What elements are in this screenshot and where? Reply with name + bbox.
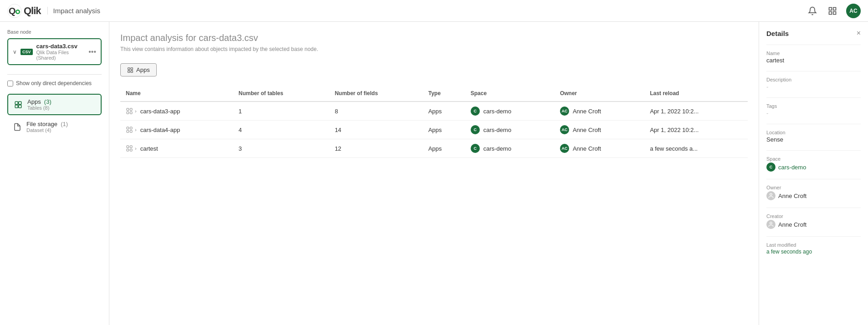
apps-filter-button[interactable]: Apps <box>120 63 157 76</box>
svg-rect-15 <box>131 71 133 72</box>
row1-name: › cars-data3-app <box>120 102 233 121</box>
svg-rect-24 <box>127 146 129 148</box>
col-name: Name <box>120 86 233 102</box>
row2-num-fields: 14 <box>329 121 423 139</box>
owner-avatar-icon <box>766 191 776 200</box>
svg-rect-5 <box>833 7 836 10</box>
detail-description-section: Description - <box>766 77 861 90</box>
description-label: Description <box>766 77 861 82</box>
creator-label: Creator <box>766 213 861 219</box>
detail-divider-2 <box>766 71 861 71</box>
owner-name: Anne Croft <box>778 193 806 199</box>
row3-num-fields: 12 <box>329 139 423 158</box>
col-num-fields: Number of fields <box>329 86 423 102</box>
svg-rect-9 <box>19 102 21 104</box>
svg-rect-26 <box>127 149 129 151</box>
svg-point-29 <box>770 222 772 224</box>
svg-rect-11 <box>19 105 21 107</box>
svg-rect-18 <box>127 112 129 114</box>
creator-avatar-icon <box>766 220 776 229</box>
details-panel-header: Details × <box>766 29 861 37</box>
row3-name-text: cartest <box>140 145 158 152</box>
row3-name: › cartest <box>120 139 233 158</box>
apps-button-label: Apps <box>136 66 150 73</box>
grid-icon[interactable] <box>826 5 839 17</box>
header-left: Q Qlik Impact analysis <box>7 4 100 18</box>
qlik-wordmark: Qlik <box>24 5 41 17</box>
row1-expand-icon[interactable]: › <box>135 108 137 114</box>
content-title: Impact analysis for cars-data3.csv <box>120 33 748 43</box>
row2-name: › cars-data4-app <box>120 121 233 139</box>
detail-divider-3 <box>766 97 861 98</box>
space-label: Space <box>766 156 861 162</box>
close-details-button[interactable]: × <box>857 29 861 37</box>
detail-name-section: Name cartest <box>766 51 861 64</box>
svg-rect-27 <box>130 149 132 151</box>
owner-value-row: Anne Croft <box>766 191 861 200</box>
row2-expand-icon[interactable]: › <box>135 127 137 132</box>
detail-divider-8 <box>766 236 861 237</box>
svg-rect-20 <box>127 127 129 129</box>
row2-owner-text: Anne Croft <box>573 127 601 133</box>
file-storage-tree-text: File storage (1) Dataset (4) <box>26 121 97 133</box>
expand-chevron[interactable]: ∨ <box>13 49 17 55</box>
content-subtitle: This view contains information about obj… <box>120 46 748 52</box>
col-owner: Owner <box>555 86 644 102</box>
location-value: Sense <box>766 136 861 143</box>
row1-space: C cars-demo <box>465 102 555 121</box>
svg-rect-7 <box>833 11 836 14</box>
row3-type: Apps <box>423 139 465 158</box>
row3-owner-text: Anne Croft <box>573 145 601 152</box>
row3-owner-icon: AC <box>560 144 569 153</box>
svg-rect-8 <box>15 102 18 104</box>
direct-dependencies-row: Show only direct dependencies <box>7 80 102 86</box>
row2-space-text: cars-demo <box>483 127 511 133</box>
detail-divider-6 <box>766 179 861 179</box>
detail-space-section: Space C cars-demo <box>766 156 861 172</box>
space-icon: C <box>766 162 776 172</box>
apps-tree-icon <box>13 99 24 110</box>
notifications-icon[interactable] <box>806 5 819 17</box>
last-modified-value: a few seconds ago <box>766 249 861 255</box>
tree-item-file-storage[interactable]: File storage (1) Dataset (4) <box>7 117 102 137</box>
detail-divider-5 <box>766 150 861 151</box>
owner-label: Owner <box>766 185 861 190</box>
description-value: - <box>766 83 861 90</box>
apps-tree-name: Apps (3) <box>27 98 96 105</box>
more-options-icon[interactable]: ••• <box>88 48 96 56</box>
row3-space: C cars-demo <box>465 139 555 158</box>
direct-dependencies-label: Show only direct dependencies <box>16 80 92 86</box>
svg-point-3 <box>17 10 19 13</box>
svg-rect-19 <box>130 112 132 114</box>
table-body: › cars-data3-app 1 8 Apps C cars-demo <box>120 102 748 158</box>
file-storage-tree-icon <box>12 122 23 132</box>
space-value-row: C cars-demo <box>766 162 861 172</box>
col-space: Space <box>465 86 555 102</box>
direct-dependencies-checkbox[interactable] <box>7 81 13 86</box>
row2-space-icon: C <box>471 125 480 134</box>
row1-owner-icon: AC <box>560 107 569 116</box>
base-node-label: Base node <box>7 29 102 35</box>
tree-item-apps[interactable]: Apps (3) Tables (8) <box>7 94 102 115</box>
row2-owner-icon: AC <box>560 125 569 134</box>
header-right: AC <box>806 4 861 18</box>
col-last-reload: Last reload <box>644 86 748 102</box>
row1-space-icon: C <box>471 107 480 116</box>
user-avatar[interactable]: AC <box>846 4 861 18</box>
left-panel: Base node ∨ CSV cars-data3.csv Qlik Data… <box>0 22 109 325</box>
detail-divider-7 <box>766 208 861 208</box>
row3-num-tables: 3 <box>233 139 329 158</box>
space-name[interactable]: cars-demo <box>778 164 806 171</box>
row1-owner: AC Anne Croft <box>555 102 644 121</box>
svg-rect-25 <box>130 146 132 148</box>
detail-creator-section: Creator Anne Croft <box>766 213 861 229</box>
row3-expand-icon[interactable]: › <box>135 146 137 151</box>
name-value: cartest <box>766 57 861 64</box>
col-num-tables: Number of tables <box>233 86 329 102</box>
row3-space-text: cars-demo <box>483 145 511 152</box>
col-type: Type <box>423 86 465 102</box>
row1-space-text: cars-demo <box>483 108 511 115</box>
tags-value: - <box>766 110 861 117</box>
detail-divider-1 <box>766 45 861 45</box>
creator-name: Anne Croft <box>778 221 806 228</box>
